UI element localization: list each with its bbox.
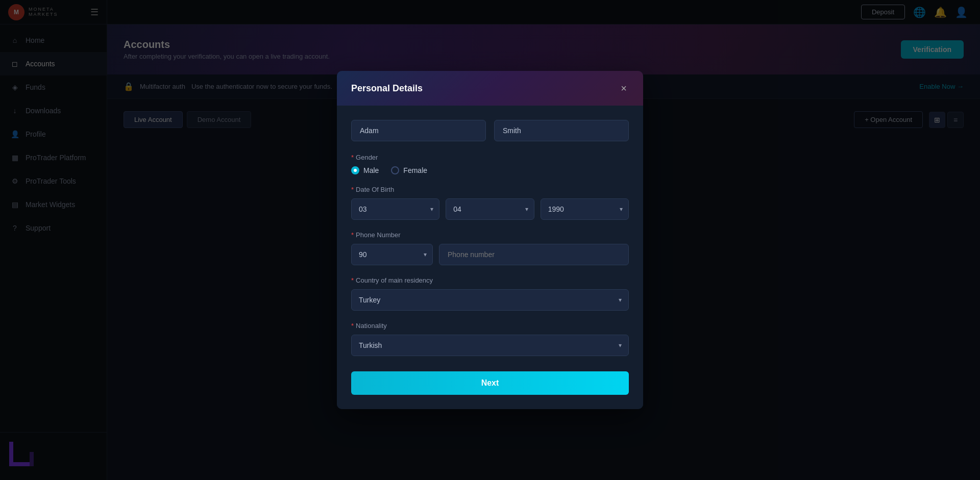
country-select[interactable]: Turkey Germany UK USA <box>351 289 629 311</box>
dob-day-wrapper: 01 02 03 04 05 10 15 20 25 30 31 <box>446 198 534 220</box>
nationality-select-wrapper: Turkish German British American <box>351 335 629 356</box>
modal-title: Personal Details <box>351 83 423 94</box>
phone-row: 90 1 44 <box>351 244 629 265</box>
nationality-select[interactable]: Turkish German British American <box>351 335 629 356</box>
male-radio[interactable] <box>351 166 359 174</box>
personal-details-modal: Personal Details × * Gender <box>337 71 643 409</box>
dob-day-select[interactable]: 01 02 03 04 05 10 15 20 25 30 31 <box>446 198 534 220</box>
last-name-input[interactable] <box>494 120 629 141</box>
modal-body: * Gender Male Female <box>337 106 643 409</box>
phone-label: * Phone Number <box>351 231 629 239</box>
gender-options: Male Female <box>351 166 629 174</box>
country-select-wrapper: Turkey Germany UK USA <box>351 289 629 311</box>
phone-code-wrapper: 90 1 44 <box>351 244 433 265</box>
gender-label: * Gender <box>351 154 629 161</box>
nationality-group: * Nationality Turkish German British Ame… <box>351 322 629 356</box>
nationality-label: * Nationality <box>351 322 629 330</box>
modal-close-button[interactable]: × <box>619 81 629 95</box>
next-button[interactable]: Next <box>351 371 629 395</box>
dob-year-wrapper: 1960 1970 1980 1985 1990 1995 2000 <box>541 198 629 220</box>
gender-group: * Gender Male Female <box>351 154 629 174</box>
first-name-input[interactable] <box>351 120 486 141</box>
phone-group: * Phone Number 90 1 44 <box>351 231 629 265</box>
dob-label: * Date Of Birth <box>351 186 629 193</box>
phone-number-input[interactable] <box>439 244 629 265</box>
name-row <box>351 120 629 141</box>
phone-code-select[interactable]: 90 1 44 <box>351 244 433 265</box>
dob-year-select[interactable]: 1960 1970 1980 1985 1990 1995 2000 <box>541 198 629 220</box>
country-group: * Country of main residency Turkey Germa… <box>351 276 629 311</box>
dob-row: 01 02 03 04 05 06 07 08 09 10 11 <box>351 198 629 220</box>
female-option[interactable]: Female <box>391 166 427 174</box>
modal-overlay: Personal Details × * Gender <box>107 0 980 480</box>
dob-month-wrapper: 01 02 03 04 05 06 07 08 09 10 11 <box>351 198 439 220</box>
main-content: Deposit 🌐 🔔 👤 Accounts After completing … <box>107 0 980 480</box>
male-option[interactable]: Male <box>351 166 379 174</box>
country-label: * Country of main residency <box>351 276 629 284</box>
female-radio[interactable] <box>391 166 399 174</box>
modal-header: Personal Details × <box>337 71 643 106</box>
dob-group: * Date Of Birth 01 02 03 04 05 06 <box>351 186 629 220</box>
dob-month-select[interactable]: 01 02 03 04 05 06 07 08 09 10 11 <box>351 198 439 220</box>
